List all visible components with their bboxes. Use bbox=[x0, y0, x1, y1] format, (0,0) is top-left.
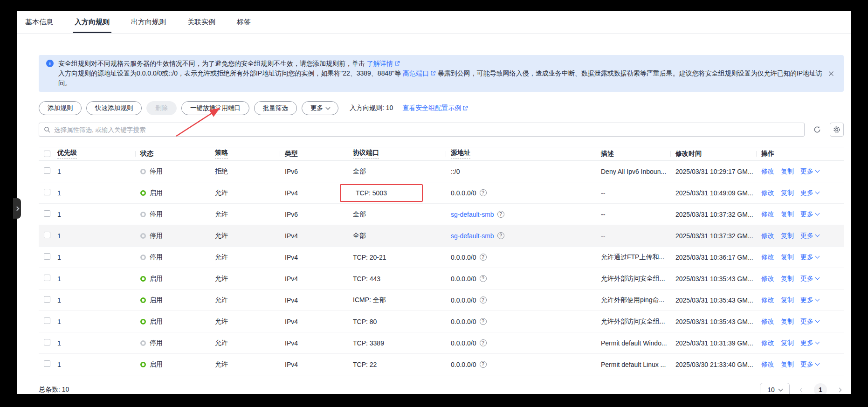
help-icon[interactable]: ? bbox=[480, 318, 487, 325]
policy-cell: 允许 bbox=[215, 317, 285, 326]
learn-more-link[interactable]: 了解详情 bbox=[367, 60, 400, 67]
search-box bbox=[39, 123, 805, 137]
type-cell: IPv4 bbox=[285, 232, 353, 240]
row-action-修改[interactable]: 修改 bbox=[761, 167, 774, 176]
chevron-down-icon bbox=[815, 297, 820, 302]
source-cell[interactable]: sg-default-smb bbox=[451, 211, 494, 218]
row-action-更多[interactable]: 更多 bbox=[800, 189, 819, 197]
help-icon[interactable]: ? bbox=[480, 189, 487, 196]
tab-入方向规则[interactable]: 入方向规则 bbox=[73, 11, 111, 33]
row-action-复制[interactable]: 复制 bbox=[781, 167, 794, 176]
row-action-修改[interactable]: 修改 bbox=[761, 210, 774, 219]
row-action-修改[interactable]: 修改 bbox=[761, 189, 774, 197]
row-action-修改[interactable]: 修改 bbox=[761, 275, 774, 283]
description-cell: Permit default Windo... bbox=[601, 339, 675, 347]
toolbar-button-一键放通常用端口[interactable]: 一键放通常用端口 bbox=[181, 101, 249, 115]
status-icon bbox=[140, 319, 146, 324]
rules-table: 优先级状态策略类型协议端口源地址描述修改时间操作 1 停用 拒绝 IPv6 全部… bbox=[39, 147, 844, 375]
priority-cell: 1 bbox=[57, 361, 61, 368]
status-cell: 启用 bbox=[150, 275, 163, 283]
tab-bar: 基本信息入方向规则出方向规则关联实例标签 bbox=[17, 11, 851, 34]
row-action-更多[interactable]: 更多 bbox=[800, 360, 819, 369]
row-action-复制[interactable]: 复制 bbox=[781, 360, 794, 369]
protocol-cell: 全部 bbox=[353, 232, 366, 240]
column-header-状态: 状态 bbox=[140, 147, 215, 160]
high-risk-ports-link[interactable]: 高危端口 bbox=[403, 69, 436, 77]
tab-标签[interactable]: 标签 bbox=[235, 11, 253, 33]
row-action-复制[interactable]: 复制 bbox=[781, 189, 794, 197]
row-action-修改[interactable]: 修改 bbox=[761, 339, 774, 347]
toolbar-button-批量筛选[interactable]: 批量筛选 bbox=[254, 101, 297, 115]
row-action-更多[interactable]: 更多 bbox=[800, 296, 819, 304]
row-action-更多[interactable]: 更多 bbox=[800, 210, 819, 219]
tab-关联实例[interactable]: 关联实例 bbox=[186, 11, 217, 33]
help-icon[interactable]: ? bbox=[480, 297, 487, 304]
row-checkbox[interactable] bbox=[44, 317, 50, 324]
row-checkbox[interactable] bbox=[44, 360, 50, 367]
row-action-更多[interactable]: 更多 bbox=[800, 339, 819, 347]
modified-time-cell: 2025/03/31 10:49:09 GM... bbox=[675, 189, 761, 197]
next-page-button[interactable] bbox=[834, 385, 844, 394]
status-cell: 停用 bbox=[150, 253, 163, 262]
row-action-修改[interactable]: 修改 bbox=[761, 317, 774, 326]
help-icon[interactable]: ? bbox=[497, 211, 504, 218]
collapse-panel-handle[interactable] bbox=[13, 198, 21, 219]
prev-page-button[interactable] bbox=[797, 385, 806, 394]
toolbar-button-添加规则[interactable]: 添加规则 bbox=[39, 101, 82, 115]
config-example-link[interactable]: 查看安全组配置示例 bbox=[402, 104, 468, 112]
row-action-复制[interactable]: 复制 bbox=[781, 210, 794, 219]
status-cell: 启用 bbox=[150, 296, 163, 304]
row-checkbox[interactable] bbox=[44, 189, 50, 195]
type-cell: IPv4 bbox=[285, 361, 353, 368]
toolbar-button-快速添加规则[interactable]: 快速添加规则 bbox=[86, 101, 142, 115]
column-header-操作: 操作 bbox=[761, 147, 844, 160]
column-settings-button[interactable] bbox=[830, 123, 844, 137]
page-size-select[interactable]: 10 bbox=[760, 383, 790, 394]
row-action-复制[interactable]: 复制 bbox=[781, 296, 794, 304]
row-checkbox[interactable] bbox=[44, 275, 50, 281]
row-checkbox[interactable] bbox=[44, 210, 50, 217]
help-icon[interactable]: ? bbox=[480, 339, 487, 346]
current-page[interactable]: 1 bbox=[814, 383, 827, 394]
row-action-复制[interactable]: 复制 bbox=[781, 232, 794, 240]
status-cell: 停用 bbox=[150, 339, 163, 347]
table-header: 优先级状态策略类型协议端口源地址描述修改时间操作 bbox=[39, 147, 844, 161]
row-action-更多[interactable]: 更多 bbox=[800, 167, 819, 176]
row-checkbox[interactable] bbox=[44, 253, 50, 260]
row-action-修改[interactable]: 修改 bbox=[761, 232, 774, 240]
policy-cell: 允许 bbox=[215, 339, 285, 347]
column-header bbox=[39, 147, 57, 160]
row-action-复制[interactable]: 复制 bbox=[781, 339, 794, 347]
row-action-修改[interactable]: 修改 bbox=[761, 296, 774, 304]
row-action-更多[interactable]: 更多 bbox=[800, 317, 819, 326]
table-row: 1 启用 允许 IPv4 TCP: 80 0.0.0.0/0? 允许外部访问安全… bbox=[39, 311, 844, 332]
actions-cell: 修改复制更多 bbox=[761, 360, 844, 369]
close-icon[interactable] bbox=[827, 69, 835, 78]
modified-time-cell: 2025/03/31 10:37:32 GM... bbox=[675, 232, 761, 240]
row-action-修改[interactable]: 修改 bbox=[761, 253, 774, 262]
row-action-更多[interactable]: 更多 bbox=[800, 232, 819, 240]
toolbar-button-更多[interactable]: 更多 bbox=[302, 101, 338, 115]
row-action-更多[interactable]: 更多 bbox=[800, 253, 819, 262]
row-checkbox[interactable] bbox=[44, 167, 50, 174]
source-cell[interactable]: sg-default-smb bbox=[451, 232, 494, 240]
row-checkbox[interactable] bbox=[44, 232, 50, 238]
row-checkbox[interactable] bbox=[44, 339, 50, 345]
help-icon[interactable]: ? bbox=[480, 275, 487, 282]
row-action-复制[interactable]: 复制 bbox=[781, 317, 794, 326]
help-icon[interactable]: ? bbox=[480, 254, 487, 261]
description-cell: 允许外部访问安全组... bbox=[601, 317, 675, 326]
tab-基本信息[interactable]: 基本信息 bbox=[23, 11, 55, 33]
row-checkbox[interactable] bbox=[44, 296, 50, 303]
select-all-checkbox[interactable] bbox=[44, 151, 50, 157]
search-input[interactable] bbox=[54, 126, 799, 133]
refresh-button[interactable] bbox=[810, 123, 824, 137]
row-action-复制[interactable]: 复制 bbox=[781, 275, 794, 283]
help-icon[interactable]: ? bbox=[480, 361, 487, 368]
row-action-复制[interactable]: 复制 bbox=[781, 253, 794, 262]
status-cell: 停用 bbox=[150, 210, 163, 219]
tab-出方向规则[interactable]: 出方向规则 bbox=[129, 11, 168, 33]
row-action-更多[interactable]: 更多 bbox=[800, 275, 819, 283]
row-action-修改[interactable]: 修改 bbox=[761, 360, 774, 369]
help-icon[interactable]: ? bbox=[497, 232, 504, 239]
